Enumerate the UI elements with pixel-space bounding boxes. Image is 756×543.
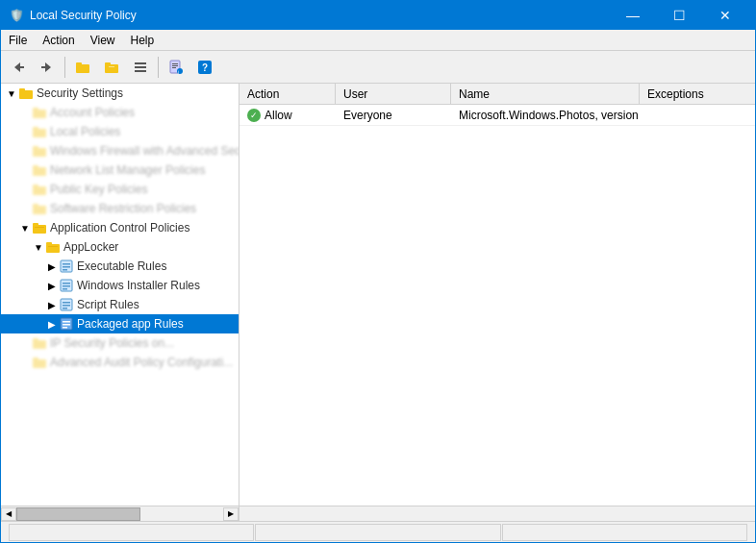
expand-arrow-account [18, 106, 32, 119]
expand-arrow-local [18, 125, 32, 138]
menu-file[interactable]: File [1, 30, 35, 50]
sidebar-label-firewall: Windows Firewall with Advanced Sec... [50, 144, 239, 158]
svg-rect-13 [172, 63, 178, 64]
sidebar-item-root[interactable]: ▼ Security Settings [1, 84, 239, 103]
sidebar-item-audit[interactable]: Advanced Audit Policy Configurati... [1, 353, 239, 372]
expand-arrow-pubkey [18, 183, 32, 196]
scrollbar-thumb[interactable] [16, 507, 140, 521]
forward-button[interactable] [34, 54, 61, 81]
sidebar-item-installer-rules[interactable]: ▶ Windows Installer Rules [1, 276, 239, 295]
svg-rect-38 [46, 242, 52, 245]
sidebar-item-software[interactable]: Software Restriction Policies [1, 199, 239, 218]
svg-rect-33 [33, 204, 38, 207]
svg-rect-5 [76, 62, 82, 65]
svg-text:i: i [178, 68, 179, 74]
sidebar-label-app-control: Application Control Policies [50, 221, 189, 234]
right-scrollbar-bottom [239, 506, 755, 521]
properties-button[interactable]: i [163, 54, 189, 81]
folder2-button[interactable] [98, 54, 125, 81]
col-header-user[interactable]: User [336, 84, 451, 104]
expand-arrow-network [18, 163, 32, 177]
menu-action[interactable]: Action [35, 30, 82, 50]
sidebar-item-firewall[interactable]: Windows Firewall with Advanced Sec... [1, 141, 239, 160]
sidebar-item-local-policies[interactable]: Local Policies [1, 122, 239, 141]
sidebar-label-audit: Advanced Audit Policy Configurati... [50, 356, 233, 369]
table-row[interactable]: ✓ Allow Everyone Microsoft.Windows.Photo… [239, 105, 755, 126]
col-header-action[interactable]: Action [239, 84, 336, 104]
sidebar-item-account-policies[interactable]: Account Policies [1, 103, 239, 122]
svg-rect-37 [46, 244, 60, 253]
help-button[interactable]: ? [191, 54, 218, 81]
svg-rect-32 [33, 206, 46, 214]
folder-open-icon-app-control [32, 220, 47, 235]
status-segments [9, 524, 747, 541]
svg-rect-53 [63, 321, 70, 323]
rules-icon-packaged [59, 316, 74, 332]
list-button[interactable] [127, 54, 154, 81]
expand-arrow-firewall [18, 144, 32, 158]
svg-rect-45 [63, 283, 70, 284]
app-icon: 🛡️ [9, 8, 24, 23]
svg-rect-58 [33, 359, 46, 368]
sidebar-item-packaged-rules[interactable]: ▶ Packaged app Rules [1, 314, 239, 333]
sidebar-scrollbar[interactable]: ◀ ▶ [1, 506, 239, 521]
svg-marker-0 [14, 62, 20, 72]
back-button[interactable] [5, 54, 32, 81]
sidebar-label-ipsec: IP Security Policies on... [50, 336, 174, 350]
sidebar-item-executable-rules[interactable]: ▶ Executable Rules [1, 257, 239, 276]
main-content: ▼ Security Settings Account Policies [1, 84, 755, 506]
list-body[interactable]: ✓ Allow Everyone Microsoft.Windows.Photo… [239, 105, 755, 506]
svg-rect-22 [33, 110, 46, 118]
sidebar-item-network[interactable]: Network List Manager Policies [1, 160, 239, 180]
sidebar-item-applocker[interactable]: ▼ AppLocker [1, 237, 239, 257]
menu-view[interactable]: View [83, 30, 123, 50]
right-panel: Action User Name Exceptions ✓ Allow Ever… [239, 84, 755, 506]
svg-rect-54 [63, 324, 70, 326]
col-header-name[interactable]: Name [451, 84, 640, 104]
folder-icon-local [32, 124, 47, 139]
svg-rect-15 [172, 67, 176, 68]
sidebar-item-script-rules[interactable]: ▶ Script Rules [1, 295, 239, 314]
svg-rect-43 [63, 269, 67, 271]
scrollbar-right-btn[interactable]: ▶ [223, 507, 239, 521]
expand-arrow-applocker: ▼ [32, 240, 45, 254]
svg-rect-46 [63, 285, 70, 287]
cell-exceptions [640, 113, 755, 117]
folder-icon-pubkey [32, 182, 47, 197]
svg-rect-30 [33, 186, 46, 195]
sidebar-label-exec: Executable Rules [77, 259, 166, 273]
folder-icon-audit [32, 355, 47, 370]
close-button[interactable]: ✕ [703, 1, 747, 30]
svg-rect-6 [105, 64, 118, 73]
scrollbar-left-btn[interactable]: ◀ [1, 507, 16, 521]
sidebar-label-pubkey: Public Key Policies [50, 183, 147, 196]
status-seg-3 [502, 524, 747, 541]
sidebar: ▼ Security Settings Account Policies [1, 84, 239, 506]
cell-action: ✓ Allow [239, 107, 336, 124]
sidebar-label-software: Software Restriction Policies [50, 202, 196, 215]
svg-rect-50 [63, 305, 70, 307]
svg-rect-9 [135, 62, 146, 64]
svg-rect-59 [33, 358, 38, 360]
title-bar: 🛡️ Local Security Policy — ☐ ✕ [1, 1, 755, 30]
scrollbar-track[interactable] [16, 507, 223, 521]
maximize-button[interactable]: ☐ [657, 1, 701, 30]
sidebar-item-ipsec[interactable]: IP Security Policies on... [1, 333, 239, 353]
main-window: 🛡️ Local Security Policy — ☐ ✕ File Acti… [0, 0, 756, 543]
col-header-exceptions[interactable]: Exceptions [640, 84, 755, 104]
minimize-button[interactable]: — [611, 1, 655, 30]
svg-rect-26 [33, 148, 46, 157]
menu-help[interactable]: Help [123, 30, 163, 50]
allow-icon: ✓ [247, 109, 261, 122]
svg-rect-28 [33, 167, 46, 176]
sidebar-item-pubkey[interactable]: Public Key Policies [1, 180, 239, 199]
folder-button[interactable] [69, 54, 96, 81]
svg-rect-36 [35, 227, 44, 228]
expand-arrow-ipsec [18, 336, 32, 350]
sidebar-label-network: Network List Manager Policies [50, 163, 205, 177]
svg-rect-41 [63, 263, 70, 265]
svg-rect-1 [20, 66, 24, 68]
sidebar-item-app-control[interactable]: ▼ Application Control Policies [1, 218, 239, 237]
expand-arrow-packaged: ▶ [45, 317, 59, 331]
svg-rect-8 [109, 66, 114, 67]
